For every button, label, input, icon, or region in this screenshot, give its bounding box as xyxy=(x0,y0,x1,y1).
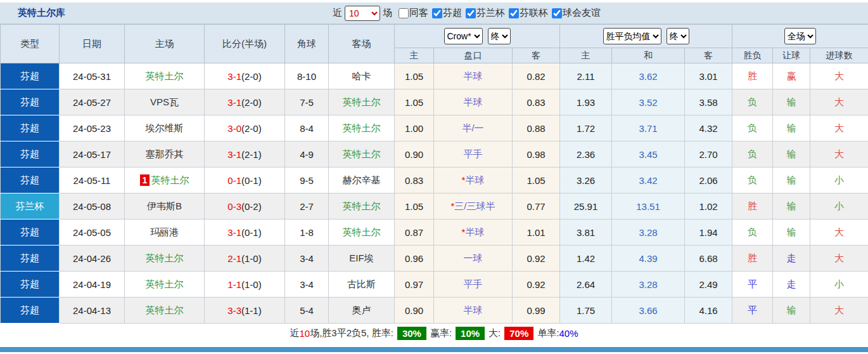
away-team-cell[interactable]: 古比斯 xyxy=(329,272,395,298)
filter-option-同客[interactable]: 同客 xyxy=(399,7,428,19)
euro-draw-odds-cell: 13.51 xyxy=(612,193,685,220)
home-team-cell[interactable]: 塞那乔其 xyxy=(125,141,205,167)
filter-checkbox[interactable] xyxy=(509,8,519,18)
halftime-score: (2-0) xyxy=(241,123,262,134)
away-team-name[interactable]: 古比斯 xyxy=(347,279,376,289)
euro-draw-odds-cell: 3.62 xyxy=(612,63,685,89)
home-team-cell[interactable]: 英特土尔 xyxy=(125,298,205,324)
home-team-name[interactable]: 英特土尔 xyxy=(146,305,184,315)
away-team-cell[interactable]: EIF埃 xyxy=(329,246,395,272)
league-type-label: 芬超 xyxy=(20,174,39,185)
single-rate-label: 单率: xyxy=(537,327,559,339)
away-team-cell[interactable]: 英特土尔 xyxy=(329,193,395,220)
away-team-name[interactable]: 英特土尔 xyxy=(343,122,381,133)
score-cell: 3-1(2-0) xyxy=(205,89,285,115)
col-header-odds-home: 主 xyxy=(560,48,612,63)
filter-checkbox[interactable] xyxy=(399,8,409,18)
euro-home-odds-cell: 1.42 xyxy=(560,246,612,272)
home-team-name[interactable]: 英特土尔 xyxy=(151,174,189,185)
filter-checkbox[interactable] xyxy=(466,8,476,18)
result-goals-cell: 大 xyxy=(810,63,868,89)
result-handicap-cell: 输 xyxy=(773,220,810,246)
asia-line-cell: 半球 xyxy=(434,63,513,89)
date-cell: 24-05-05 xyxy=(60,220,125,246)
home-team-name[interactable]: 塞那乔其 xyxy=(146,148,184,159)
odds-type-select[interactable]: 胜平负均值 xyxy=(603,28,661,44)
away-team-name[interactable]: 赫尔辛基 xyxy=(343,174,381,185)
home-team-name[interactable]: 英特土尔 xyxy=(146,70,184,81)
corner-cell: 9-5 xyxy=(285,167,329,193)
euro-home-odds-cell: 1.72 xyxy=(560,115,612,141)
home-team-cell[interactable]: 玛丽港 xyxy=(125,220,205,246)
home-team-name[interactable]: VPS瓦 xyxy=(150,96,179,107)
away-team-cell[interactable]: 英特土尔 xyxy=(329,89,395,115)
home-team-name[interactable]: 埃尔维斯 xyxy=(146,122,184,133)
league-type-label: 芬超 xyxy=(20,305,39,315)
match-count-select[interactable]: 10 xyxy=(345,6,380,21)
filter-checkbox[interactable] xyxy=(552,8,562,18)
home-team-cell[interactable]: 伊韦斯B xyxy=(125,193,205,220)
result-goals-cell: 大 xyxy=(810,141,868,167)
home-team-name[interactable]: 英特土尔 xyxy=(146,279,184,289)
date-cell: 24-05-17 xyxy=(60,141,125,167)
near-label: 近 xyxy=(333,7,342,19)
away-team-cell[interactable]: 英特土尔 xyxy=(329,115,395,141)
league-type-label: 芬超 xyxy=(20,279,39,289)
result-scope-select[interactable]: 全场 xyxy=(784,28,816,44)
result-goals-cell: 大 xyxy=(810,115,868,141)
euro-odds-time-select[interactable]: 终 xyxy=(667,28,689,44)
asia-line-cell: 半球 xyxy=(434,89,513,115)
away-team-name[interactable]: 奥卢 xyxy=(352,305,371,315)
home-team-cell[interactable]: 埃尔维斯 xyxy=(125,115,205,141)
away-team-name[interactable]: EIF埃 xyxy=(349,252,373,263)
away-team-cell[interactable]: 英特土尔 xyxy=(329,141,395,167)
away-team-name[interactable]: 英特土尔 xyxy=(343,226,381,237)
euro-away-odds-cell: 4.16 xyxy=(685,298,732,324)
away-team-cell[interactable]: 赫尔辛基 xyxy=(329,167,395,193)
home-team-cell[interactable]: 英特土尔 xyxy=(125,272,205,298)
result-goals-cell: 小 xyxy=(810,167,868,193)
away-team-name[interactable]: 英特土尔 xyxy=(343,148,381,159)
result-goals-cell: 大 xyxy=(810,246,868,272)
result-handicap-cell: 输 xyxy=(773,298,810,324)
home-team-cell[interactable]: VPS瓦 xyxy=(125,89,205,115)
col-header-asia-line: 盘口 xyxy=(434,48,513,63)
bookmaker-select[interactable]: Crow* xyxy=(444,28,483,44)
filter-option-芬联杯[interactable]: 芬联杯 xyxy=(509,7,548,19)
filter-option-label: 球会友谊 xyxy=(563,7,601,19)
euro-home-odds-cell: 25.91 xyxy=(560,193,612,220)
asia-line-cell: *半球 xyxy=(434,220,513,246)
filter-checkbox[interactable] xyxy=(432,8,442,18)
filter-option-球会友谊[interactable]: 球会友谊 xyxy=(552,7,601,19)
home-team-name[interactable]: 玛丽港 xyxy=(150,226,179,237)
result-winlose-cell: 负 xyxy=(732,115,773,141)
asia-line-cell: 平手 xyxy=(434,272,513,298)
away-team-name[interactable]: 英特土尔 xyxy=(343,96,381,107)
away-team-name[interactable]: 英特土尔 xyxy=(343,200,381,211)
col-header-result-handicap: 让球 xyxy=(773,48,810,63)
home-team-cell[interactable]: 英特土尔 xyxy=(125,63,205,89)
halftime-score: (1-1) xyxy=(241,305,262,316)
home-team-name[interactable]: 伊韦斯B xyxy=(147,200,182,211)
result-handicap-cell: 输 xyxy=(773,193,810,220)
home-team-cell[interactable]: 1英特土尔 xyxy=(125,167,205,193)
euro-draw-odds-cell: 3.71 xyxy=(612,115,685,141)
score-cell: 1-1(1-0) xyxy=(205,272,285,298)
col-header-result-goals: 进球数 xyxy=(810,48,868,63)
asia-odds-time-select[interactable]: 终 xyxy=(488,28,511,44)
col-header-home: 主场 xyxy=(125,25,205,63)
home-team-name[interactable]: 英特土尔 xyxy=(146,252,184,263)
asia-line-text: 半球 xyxy=(465,174,484,185)
away-team-cell[interactable]: 奥卢 xyxy=(329,298,395,324)
home-team-cell[interactable]: 英特土尔 xyxy=(125,246,205,272)
handicap-rate-badge: 10% xyxy=(456,327,485,340)
away-team-cell[interactable]: 哈卡 xyxy=(329,63,395,89)
halftime-score: (0-2) xyxy=(241,201,262,212)
away-team-name[interactable]: 哈卡 xyxy=(352,70,371,81)
fulltime-score: 1-1 xyxy=(227,279,241,290)
filter-option-芬兰杯[interactable]: 芬兰杯 xyxy=(466,7,505,19)
filter-option-芬超[interactable]: 芬超 xyxy=(432,7,462,19)
table-row: 芬兰杯 24-05-08 伊韦斯B 0-3(0-2) 2-7 英特土尔 1.05… xyxy=(1,193,868,220)
away-team-cell[interactable]: 英特土尔 xyxy=(329,220,395,246)
asia-away-odds-cell: 0.83 xyxy=(513,89,560,115)
